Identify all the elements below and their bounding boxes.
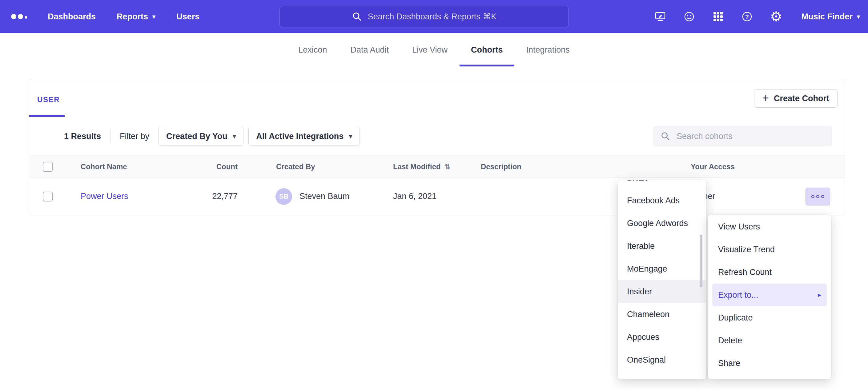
column-last-modified-label: Last Modified: [393, 162, 441, 171]
submenu-item-appcues[interactable]: Appcues: [618, 326, 706, 349]
cohort-search-input[interactable]: [653, 126, 832, 147]
global-search-placeholder: Search Dashboards & Reports ⌘K: [368, 12, 497, 22]
menu-item-delete[interactable]: Delete: [708, 329, 831, 352]
export-destinations-submenu: Braze Facebook Ads Google Adwords Iterab…: [618, 180, 706, 379]
plus-icon: +: [763, 93, 769, 104]
menu-item-share[interactable]: Share: [708, 352, 831, 375]
avatar: SB: [276, 188, 292, 205]
search-icon: [352, 11, 362, 22]
cohort-count: 22,777: [177, 178, 238, 215]
top-navbar: Dashboards Reports ▾ Users Search Dashbo…: [0, 0, 868, 33]
cohorts-panel: USER + Create Cohort 1 Results Filter by…: [29, 79, 845, 215]
created-by-filter-label: Created By You: [166, 132, 227, 141]
nav-users[interactable]: Users: [176, 12, 199, 22]
table-header: Cohort Name Count Created By Last Modifi…: [29, 156, 845, 178]
primary-nav: Dashboards Reports ▾ Users: [48, 0, 199, 33]
submenu-item-moengage[interactable]: MoEngage: [618, 257, 706, 280]
last-modified-value: Jan 6, 2021: [393, 178, 436, 215]
chevron-down-icon: ▾: [152, 13, 155, 20]
submenu-scrollbar[interactable]: [700, 235, 703, 287]
apps-grid-icon[interactable]: [711, 10, 725, 23]
tab-integrations[interactable]: Integrations: [526, 33, 570, 66]
tab-lexicon[interactable]: Lexicon: [298, 33, 327, 66]
row-checkbox[interactable]: [43, 192, 53, 201]
menu-item-refresh-count[interactable]: Refresh Count: [708, 261, 831, 284]
tab-live-view[interactable]: Live View: [412, 33, 447, 66]
submenu-item-chameleon[interactable]: Chameleon: [618, 303, 706, 326]
divider: [110, 129, 111, 143]
column-cohort-name: Cohort Name: [81, 156, 127, 177]
logo-dot-icon: [18, 14, 23, 20]
menu-item-export-to-label: Export to...: [718, 290, 758, 300]
app-logo[interactable]: [11, 14, 27, 20]
created-by-filter[interactable]: Created By You ▾: [158, 127, 244, 146]
table-row: Power Users 22,777 SB Steven Baum Jan 6,…: [29, 178, 845, 215]
menu-item-export-to[interactable]: Export to... ▸: [712, 284, 827, 306]
submenu-item-insider[interactable]: Insider: [618, 280, 706, 303]
column-your-access: Your Access: [691, 156, 735, 177]
filter-toolbar: 1 Results Filter by Created By You ▾ All…: [29, 117, 845, 156]
menu-item-view-users[interactable]: View Users: [708, 215, 831, 238]
dot-icon: [821, 195, 824, 198]
global-search[interactable]: Search Dashboards & Reports ⌘K: [279, 6, 569, 27]
submenu-arrow-icon: ▸: [818, 292, 821, 298]
settings-gear-icon[interactable]: ⚙: [769, 10, 783, 23]
filter-by-label: Filter by: [120, 132, 149, 141]
create-cohort-label: Create Cohort: [774, 94, 829, 103]
integrations-filter-label: All Active Integrations: [256, 132, 343, 141]
nav-reports-label: Reports: [117, 12, 148, 22]
integrations-filter[interactable]: All Active Integrations ▾: [248, 127, 360, 146]
dot-icon: [816, 195, 819, 198]
sort-icon[interactable]: ⇅: [444, 163, 450, 171]
tab-data-audit[interactable]: Data Audit: [350, 33, 389, 66]
feedback-smiley-icon[interactable]: [682, 10, 696, 23]
project-switcher[interactable]: Music Finder ▾: [801, 12, 860, 22]
chevron-down-icon: ▾: [857, 13, 860, 20]
export-destinations-list: Braze Facebook Ads Google Adwords Iterab…: [618, 180, 706, 371]
nav-reports[interactable]: Reports ▾: [117, 12, 155, 22]
section-tabs: Lexicon Data Audit Live View Cohorts Int…: [0, 33, 868, 66]
panel-header: USER + Create Cohort: [29, 79, 845, 117]
navbar-actions: ? ⚙ Music Finder ▾: [653, 0, 860, 33]
svg-text:?: ?: [745, 13, 749, 20]
logo-dot-icon: [11, 14, 16, 20]
submenu-item-onesignal[interactable]: OneSignal: [618, 349, 706, 371]
search-icon: [660, 131, 671, 141]
tab-cohorts[interactable]: Cohorts: [471, 33, 503, 66]
menu-item-visualize-trend[interactable]: Visualize Trend: [708, 238, 831, 261]
created-by-value: Steven Baum: [300, 178, 349, 215]
menu-item-duplicate[interactable]: Duplicate: [708, 306, 831, 329]
submenu-item-facebook-ads[interactable]: Facebook Ads: [618, 189, 706, 212]
results-count: 1 Results: [64, 132, 101, 141]
submenu-item-braze[interactable]: Braze: [618, 180, 706, 189]
create-cohort-button[interactable]: + Create Cohort: [754, 89, 838, 108]
chevron-down-icon: ▾: [233, 133, 236, 139]
monitor-edit-icon[interactable]: [653, 10, 667, 23]
column-description: Description: [481, 156, 521, 177]
row-actions-button[interactable]: [806, 188, 830, 205]
logo-dot-icon: [25, 16, 27, 19]
chevron-down-icon: ▾: [349, 133, 352, 139]
project-name: Music Finder: [801, 12, 852, 22]
column-last-modified[interactable]: Last Modified ⇅: [393, 156, 450, 177]
column-created-by: Created By: [276, 156, 315, 177]
cohort-search: [653, 126, 832, 147]
cohort-name-link[interactable]: Power Users: [81, 192, 128, 201]
row-context-menu: View Users Visualize Trend Refresh Count…: [708, 215, 831, 379]
help-icon[interactable]: ?: [740, 10, 754, 23]
select-all-checkbox[interactable]: [43, 162, 53, 172]
submenu-item-google-adwords[interactable]: Google Adwords: [618, 212, 706, 235]
submenu-item-iterable[interactable]: Iterable: [618, 235, 706, 257]
nav-dashboards[interactable]: Dashboards: [48, 12, 96, 22]
column-count: Count: [177, 156, 238, 177]
tab-user[interactable]: USER: [37, 95, 60, 104]
dot-icon: [811, 195, 814, 198]
